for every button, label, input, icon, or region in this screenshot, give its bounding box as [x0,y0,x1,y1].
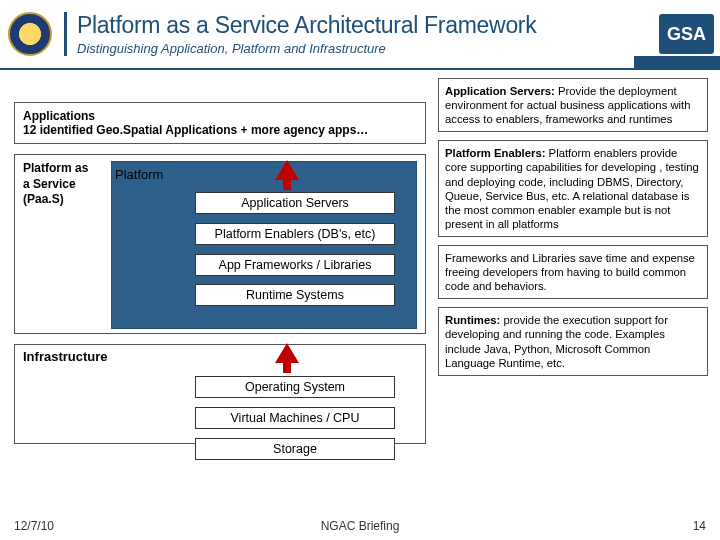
paas-label: Platform as a Service (Paa.S) [23,161,113,208]
arrow-up-icon [275,343,299,363]
footer-page-number: 14 [693,519,706,533]
slide-footer: 12/7/10 NGAC Briefing 14 [0,512,720,540]
stack-vm-cpu: Virtual Machines / CPU [195,407,395,429]
footer-center: NGAC Briefing [0,519,720,533]
arrow-up-icon [275,160,299,180]
note-frameworks: Frameworks and Libraries save time and e… [438,245,708,299]
note-app-servers: Application Servers: Provide the deploym… [438,78,708,132]
note-runtimes: Runtimes: provide the execution support … [438,307,708,375]
applications-box: Applications 12 identified Geo.Spatial A… [14,102,426,144]
infrastructure-label: Infrastructure [23,349,108,364]
gsa-logo: GSA [659,14,714,54]
stack-app-frameworks: App Frameworks / Libraries [195,254,395,276]
applications-label: Applications [23,109,417,123]
note-platform-enablers: Platform Enablers: Platform enablers pro… [438,140,708,237]
diagram-body: Applications 12 identified Geo.Spatial A… [0,78,720,498]
platform-shade-label: Platform [115,167,215,182]
slide-title: Platform as a Service Architectural Fram… [77,12,720,39]
stack-storage: Storage [195,438,395,460]
applications-detail: 12 identified Geo.Spatial Applications +… [23,123,368,137]
slide-header: Platform as a Service Architectural Fram… [0,0,720,70]
title-block: Platform as a Service Architectural Fram… [64,12,720,56]
stack-app-servers: Application Servers [195,192,395,214]
agency-seal-icon [8,12,52,56]
stack-operating-system: Operating System [195,376,395,398]
stack-runtime-systems: Runtime Systems [195,284,395,306]
slide-subtitle: Distinguishing Application, Platform and… [77,41,720,56]
right-column: Application Servers: Provide the deploym… [438,78,708,384]
stack-platform-enablers: Platform Enablers (DB's, etc) [195,223,395,245]
header-stripe [634,56,720,70]
